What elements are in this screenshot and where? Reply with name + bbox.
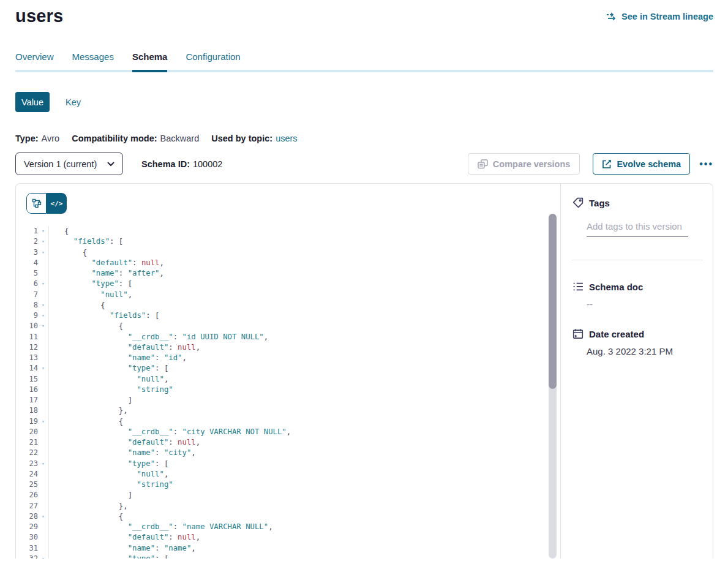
code-line: 23▾ "type": [ [16, 459, 560, 469]
date-created-value: Aug. 3 2022 3:21 PM [587, 346, 713, 356]
fold-spacer [38, 385, 48, 395]
editor-view-toggle: </> [26, 193, 67, 214]
value-key-toggle: Value Key [15, 92, 713, 112]
line-number: 27 [16, 501, 38, 511]
line-number: 8 [16, 300, 38, 311]
line-gutter: 2▾ [16, 236, 49, 247]
line-number: 18 [16, 405, 38, 416]
fold-arrow-icon[interactable]: ▾ [38, 247, 48, 258]
line-gutter: 27 [16, 501, 49, 511]
code-text: { [49, 416, 123, 427]
fold-spacer [38, 405, 48, 416]
tab-overview[interactable]: Overview [15, 51, 54, 70]
fold-arrow-icon[interactable]: ▾ [38, 511, 48, 522]
line-gutter: 1▾ [16, 226, 49, 236]
sidebar-divider [572, 260, 703, 260]
code-line: 15 "null", [16, 374, 560, 385]
tags-section-header: Tags [561, 197, 713, 208]
schema-id-label: Schema ID: [141, 159, 190, 169]
fold-arrow-icon[interactable]: ▾ [38, 236, 48, 247]
more-options-button[interactable]: ••• [699, 159, 713, 170]
fold-spacer [38, 395, 48, 405]
code-line: 5 "name": "after", [16, 268, 560, 279]
version-select-value: Version 1 (current) [24, 159, 97, 169]
fold-arrow-icon[interactable]: ▾ [38, 300, 48, 311]
code-view-button[interactable]: </> [47, 193, 67, 214]
code-text: "type": [ [49, 363, 168, 374]
code-line: 3▾ { [16, 247, 560, 258]
version-select[interactable]: Version 1 (current) [15, 152, 123, 175]
editor-scrollbar[interactable] [549, 214, 557, 559]
tree-view-button[interactable] [26, 193, 47, 214]
fold-spacer [38, 501, 48, 511]
schema-actions: Compare versions Evolve schema ••• [468, 153, 713, 175]
value-toggle-button[interactable]: Value [15, 92, 50, 112]
fold-spacer [38, 342, 48, 353]
code-line: 4 "default": null, [16, 258, 560, 268]
schema-id: Schema ID: 100002 [141, 159, 222, 169]
fold-arrow-icon[interactable]: ▾ [38, 321, 48, 331]
code-text: "__crdb__": "name VARCHAR NULL", [49, 522, 273, 532]
code-text: "string" [49, 480, 173, 490]
fold-arrow-icon[interactable]: ▾ [38, 459, 48, 469]
code-line: 31 "name": "name", [16, 543, 560, 554]
list-icon [572, 281, 584, 292]
fold-spacer [38, 290, 48, 300]
fold-arrow-icon[interactable]: ▾ [38, 311, 48, 321]
line-gutter: 23▾ [16, 459, 49, 469]
line-number: 16 [16, 385, 38, 395]
compare-versions-button[interactable]: Compare versions [468, 153, 580, 175]
fold-spacer [38, 480, 48, 490]
tab-messages[interactable]: Messages [72, 51, 114, 70]
add-tags-input[interactable] [587, 221, 688, 237]
key-toggle-button[interactable]: Key [66, 97, 81, 107]
date-created-heading: Date created [589, 329, 644, 339]
fold-arrow-icon[interactable]: ▾ [38, 279, 48, 289]
code-line: 28▾ { [16, 511, 560, 522]
used-by-topic-label: Used by topic: [211, 134, 272, 143]
type-value: Avro [42, 134, 60, 143]
fold-spacer [38, 437, 48, 448]
line-number: 11 [16, 332, 38, 342]
code-line: 7 "null", [16, 290, 560, 300]
line-gutter: 6▾ [16, 279, 49, 289]
stream-lineage-link[interactable]: See in Stream lineage [606, 12, 713, 21]
code-view-icon: </> [51, 200, 63, 208]
line-number: 13 [16, 353, 38, 363]
code-text: "default": null, [49, 258, 164, 268]
fold-arrow-icon[interactable]: ▾ [38, 554, 48, 559]
line-number: 30 [16, 532, 38, 543]
code-text: "name": "after", [49, 268, 164, 279]
schema-sidebar: Tags Schema doc -- [560, 184, 713, 559]
version-bar: Version 1 (current) Schema ID: 100002 [15, 152, 713, 175]
code-text: { [49, 321, 123, 331]
line-gutter: 19▾ [16, 416, 49, 427]
fold-arrow-icon[interactable]: ▾ [38, 226, 48, 236]
evolve-schema-icon [602, 159, 612, 169]
code-line: 21 "default": null, [16, 437, 560, 448]
code-text: "type": [ [49, 459, 168, 469]
line-gutter: 12 [16, 342, 49, 353]
tab-schema[interactable]: Schema [132, 51, 168, 72]
fold-arrow-icon[interactable]: ▾ [38, 416, 48, 427]
line-gutter: 24 [16, 469, 49, 480]
fold-spacer [38, 427, 48, 437]
fold-spacer [38, 268, 48, 279]
code-line: 24 "null", [16, 469, 560, 480]
code-text: "default": null, [49, 532, 200, 543]
line-number: 3 [16, 247, 38, 258]
evolve-schema-button[interactable]: Evolve schema [593, 153, 690, 175]
tab-configuration[interactable]: Configuration [186, 51, 240, 70]
line-number: 20 [16, 427, 38, 437]
used-by-topic-link[interactable]: users [276, 134, 297, 143]
code-line: 30 "default": null, [16, 532, 560, 543]
fold-arrow-icon[interactable]: ▾ [38, 363, 48, 374]
code-text: "null", [49, 469, 168, 480]
editor-scrollbar-thumb[interactable] [549, 214, 557, 389]
line-gutter: 10▾ [16, 321, 49, 331]
type-label: Type: [15, 134, 39, 143]
compatibility-label: Compatibility mode: [72, 134, 157, 143]
code-line: 26 ] [16, 490, 560, 500]
page-header: users See in Stream lineage [15, 6, 713, 26]
line-number: 1 [16, 226, 38, 236]
